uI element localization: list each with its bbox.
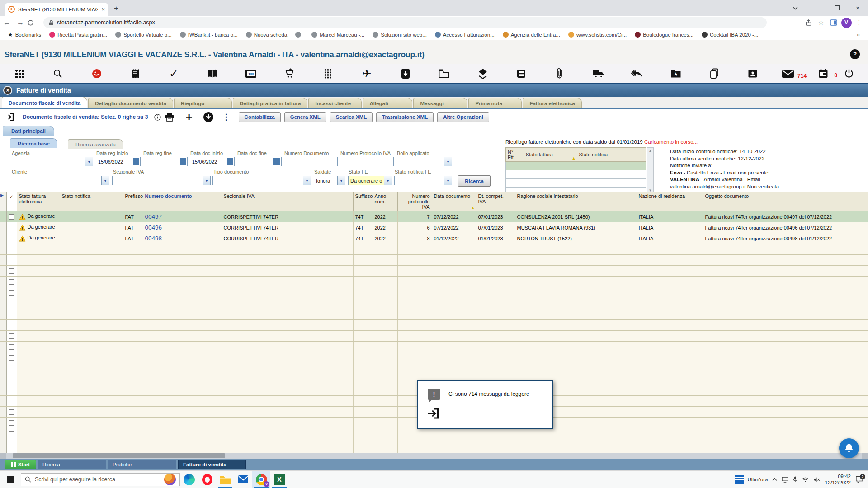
forward-icon[interactable]: → — [14, 19, 27, 27]
chevron-down-icon[interactable]: ▾ — [337, 176, 345, 185]
edge-icon[interactable] — [180, 471, 198, 488]
row-checkbox-cell[interactable] — [6, 266, 17, 277]
bollo-applicato-select[interactable]: ▾ — [396, 157, 452, 166]
row-checkbox[interactable] — [9, 268, 14, 274]
tab-allegati[interactable]: Allegati — [363, 98, 412, 108]
scroll-left-icon[interactable] — [0, 453, 6, 459]
row-checkbox[interactable] — [9, 236, 14, 241]
scroll-up-icon[interactable]: ▲ — [649, 149, 652, 153]
tab-dati-principali[interactable]: Dati principali — [3, 126, 54, 136]
bookmark-item[interactable]: Agenzia delle Entra... — [500, 32, 563, 38]
select-none-checkbox[interactable] — [9, 200, 14, 205]
folder-icon[interactable] — [425, 69, 463, 78]
riepilogo-row[interactable] — [506, 179, 646, 188]
bookmark-item[interactable]: Cocktail IBA 2020 -... — [698, 32, 761, 38]
favorites-folder-icon[interactable]: ★ — [656, 69, 695, 79]
bookmark-item[interactable]: www.sofistis.com/Ci... — [565, 32, 630, 38]
tab-fattura-elettronica[interactable]: Fattura elettronica — [523, 98, 581, 108]
bookmark-item[interactable]: Bouledogue frances... — [632, 32, 697, 38]
back-icon[interactable]: ← — [0, 19, 14, 27]
row-checkbox[interactable] — [9, 333, 14, 339]
tab-messaggi[interactable]: Messaggi — [413, 98, 467, 108]
excel-icon[interactable]: X — [270, 471, 288, 488]
windows-search-box[interactable]: Scrivi qui per eseguire la ricerca — [21, 473, 180, 486]
chrome-icon[interactable]: V — [252, 471, 270, 488]
mail-icon[interactable]: 714 — [772, 69, 804, 78]
sezionale-iva-select[interactable]: ▾ — [112, 176, 211, 185]
row-checkbox-cell[interactable] — [6, 244, 17, 255]
reply-all-icon[interactable] — [618, 69, 656, 79]
display-tray-icon[interactable] — [782, 477, 788, 483]
receipt-icon[interactable] — [116, 68, 154, 79]
bookmark-item[interactable]: Sportello Virtuale p... — [112, 32, 175, 38]
keypad-icon[interactable] — [309, 69, 347, 79]
menu-grid-icon[interactable] — [0, 69, 38, 78]
numero-documento-input[interactable] — [284, 157, 338, 166]
row-checkbox[interactable] — [9, 290, 14, 296]
action-center-icon[interactable]: 2 — [855, 476, 863, 483]
calendar-picker-icon[interactable] — [132, 158, 140, 165]
hidden-icons-chevron[interactable] — [772, 478, 777, 481]
riepilogo-col-stato-fattura[interactable]: Stato fattura▲ — [524, 148, 577, 162]
col-anno-num[interactable]: Anno num. — [373, 192, 397, 211]
power-icon[interactable] — [836, 69, 862, 79]
cliente-select[interactable]: ▾ — [11, 176, 109, 185]
exit-icon[interactable] — [4, 112, 14, 122]
scroll-right-icon[interactable] — [862, 453, 868, 459]
chevron-down-icon[interactable]: ▾ — [444, 176, 452, 185]
truck-icon[interactable] — [579, 69, 618, 79]
opera-icon[interactable] — [198, 471, 216, 488]
col-numero-protocollo[interactable]: Numero protocollo IVA — [397, 192, 432, 211]
module-close-icon[interactable]: × — [3, 86, 12, 95]
window-minimize-button[interactable]: — — [806, 0, 826, 16]
add-icon[interactable]: + — [185, 110, 192, 124]
ricerca-button[interactable]: Ricerca — [458, 175, 491, 187]
invoice-row[interactable]: !Da generare FAT 00497 CORRISPETTIVI 74T… — [0, 211, 868, 222]
trasmissione-xml-button[interactable]: Trasmissione XML — [376, 112, 434, 122]
row-checkbox-cell[interactable] — [6, 233, 17, 244]
row-checkbox-cell[interactable] — [6, 428, 17, 439]
scrollbar-thumb[interactable] — [13, 453, 225, 458]
row-checkbox-cell[interactable] — [6, 255, 17, 266]
taskbar-tab-fatture[interactable]: Fatture di vendita — [178, 460, 246, 469]
window-maximize-button[interactable] — [826, 0, 847, 16]
chevron-down-icon[interactable]: ▾ — [101, 176, 109, 185]
chevron-down-icon[interactable]: ▾ — [303, 176, 311, 185]
numero-protocollo-input[interactable] — [340, 157, 394, 166]
contabilizza-button[interactable]: Contabilizza — [239, 112, 281, 122]
bookmark-item[interactable]: Soluzioni sito web... — [369, 32, 430, 38]
stato-fe-select[interactable]: Da generare o T▾ — [348, 176, 392, 185]
tab-dettagli-pratica[interactable]: Dettagli pratica in fattura — [233, 98, 307, 108]
row-checkbox-cell[interactable] — [6, 363, 17, 374]
row-checkbox[interactable] — [9, 323, 14, 328]
row-checkbox-cell[interactable] — [6, 342, 17, 352]
row-checkbox[interactable] — [9, 409, 14, 415]
col-stato-notifica[interactable]: Stato notifica — [60, 192, 123, 211]
tab-search-chevron-icon[interactable] — [785, 0, 806, 16]
col-data-documento[interactable]: Data documento▲ — [432, 192, 476, 211]
contacts-folder-icon[interactable] — [734, 69, 772, 79]
bookmark-item[interactable]: Marcel Marceau -... — [308, 32, 368, 38]
tab-ricerca-base[interactable]: Ricerca base — [10, 138, 57, 148]
riepilogo-row[interactable] — [506, 162, 646, 170]
browser-menu-icon[interactable]: ⋮ — [853, 19, 865, 26]
col-numero-documento[interactable]: Numero documento — [143, 192, 222, 211]
help-button[interactable]: ? — [850, 49, 860, 59]
row-checkbox-cell[interactable] — [6, 352, 17, 363]
row-checkbox[interactable] — [9, 442, 14, 447]
select-all-checkbox[interactable]: ✓ — [9, 194, 14, 199]
browser-tab[interactable]: SferaNET (9130 MILLENIUM VIAG × — [5, 3, 108, 16]
row-checkbox[interactable] — [9, 377, 14, 382]
altre-operazioni-button[interactable]: Altre Operazioni — [437, 112, 489, 122]
genera-xml-button[interactable]: Genera XML — [284, 112, 326, 122]
search-icon[interactable] — [38, 69, 77, 79]
numero-documento-link[interactable]: 00497 — [145, 213, 162, 220]
download-box-icon[interactable] — [386, 68, 425, 79]
calendar-picker-icon[interactable] — [179, 158, 187, 165]
row-checkbox-cell[interactable] — [6, 385, 17, 396]
row-checkbox-cell[interactable] — [6, 277, 17, 287]
col-sezionale-iva[interactable]: Sezionale IVA — [222, 192, 353, 211]
row-checkbox[interactable] — [9, 388, 14, 393]
share-icon[interactable] — [802, 19, 815, 26]
airplane-icon[interactable]: ✈ — [348, 67, 386, 80]
